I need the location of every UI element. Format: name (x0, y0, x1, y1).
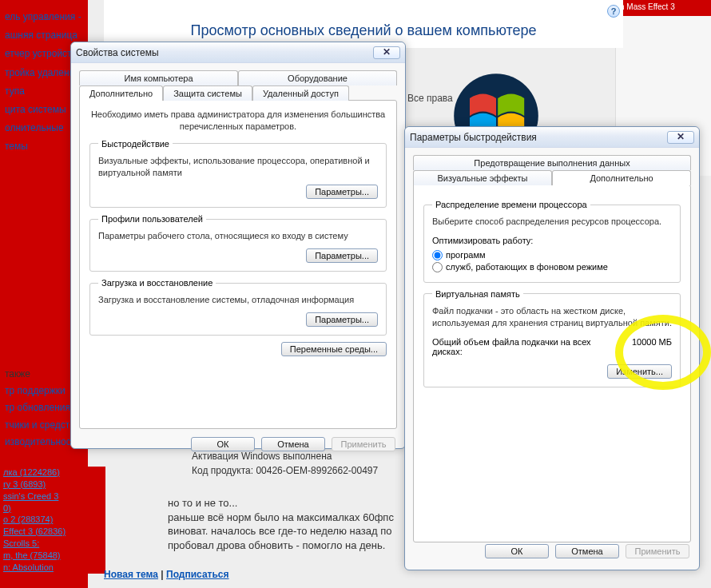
startup-desc: Загрузка и восстановление системы, отлад… (98, 294, 378, 306)
profiles-desc: Параметры рабочего стола, относящиеся ко… (98, 230, 378, 242)
text-line: раньше всё норм было на максималках 60фп… (168, 511, 407, 525)
tab-panel-advanced: Необходимо иметь права администратора дл… (79, 100, 397, 429)
performance-options-dialog: Параметры быстродействия ✕ Предотвращени… (404, 126, 700, 570)
text-line: пробовал дрова обновить - помогло на ден… (168, 538, 407, 553)
profiles-settings-button[interactable]: Параметры... (306, 248, 378, 263)
admin-note: Необходимо иметь права администратора дл… (89, 109, 387, 133)
forum-post-fragment: но то и не то... раньше всё норм было на… (168, 496, 407, 552)
tab-panel-advanced: Распределение времени процессора Выберит… (413, 185, 691, 542)
pagefile-total-label: Общий объем файла подкачки на всех диска… (432, 337, 600, 356)
apply-button[interactable]: Применить (332, 437, 395, 451)
startup-legend: Загрузка и восстановление (98, 278, 216, 288)
performance-legend: Быстродействие (98, 139, 173, 149)
game-link[interactable]: Effect 3 (62836) (2, 526, 105, 538)
help-icon[interactable]: ? (607, 5, 620, 18)
game-link[interactable]: ssin's Creed 3 (2, 491, 105, 503)
change-pagefile-button[interactable]: Изменить... (607, 364, 672, 379)
game-link[interactable]: Scrolls 5: (2, 538, 105, 550)
bottom-links: Новая тема | Подписаться (104, 569, 229, 580)
vmem-desc: Файл подкачки - это область на жестком д… (432, 305, 672, 329)
tab-row-2: Дополнительно Защита системы Удаленный д… (71, 85, 405, 100)
tab-system-protection[interactable]: Защита системы (163, 85, 252, 101)
dialog-title: Параметры быстродействия (410, 132, 667, 143)
virtual-memory-group: Виртуальная память Файл подкачки - это о… (423, 289, 681, 387)
tab-remote[interactable]: Удаленный доступ (252, 85, 349, 101)
pagefile-total-value: 10000 МБ (632, 337, 672, 347)
game-links: лка (1224286) ry 3 (6893) ssin's Creed 3… (2, 467, 105, 574)
performance-settings-button[interactable]: Параметры... (306, 185, 378, 199)
titlebar[interactable]: Параметры быстродействия ✕ (405, 127, 699, 148)
env-vars-button[interactable]: Переменные среды... (281, 342, 387, 356)
game-link[interactable]: ry 3 (6893) (2, 479, 105, 491)
text-line: но то и не то... (168, 496, 407, 511)
radio-programs-input[interactable] (432, 250, 443, 260)
game-link[interactable]: o 2 (288374) (2, 514, 105, 526)
titlebar[interactable]: Свойства системы ✕ (71, 42, 405, 63)
new-topic-link[interactable]: Новая тема (104, 569, 158, 580)
tab-dep[interactable]: Предотвращение выполнения данных (413, 155, 691, 170)
dialog-buttons: ОК Отмена Применить (71, 429, 405, 459)
tab-visual-effects[interactable]: Визуальные эффекты (413, 170, 552, 185)
radio-programs-label: программ (446, 250, 486, 260)
title-fragment-game: n Mass Effect 3 (615, 0, 711, 16)
tab-row-2: Визуальные эффекты Дополнительно (405, 169, 699, 185)
dialog-title: Свойства системы (76, 47, 373, 58)
startup-settings-button[interactable]: Параметры... (306, 312, 378, 327)
tab-advanced[interactable]: Дополнительно (552, 170, 691, 185)
apply-button[interactable]: Применить (626, 544, 689, 558)
cpu-scheduling-group: Распределение времени процессора Выберит… (423, 200, 681, 283)
game-link[interactable]: n: Absolution (2, 562, 105, 574)
performance-group: Быстродействие Визуальные эффекты, испол… (89, 139, 387, 209)
cancel-button[interactable]: Отмена (555, 544, 619, 558)
radio-services-input[interactable] (432, 262, 443, 272)
close-button[interactable]: ✕ (373, 46, 400, 59)
radio-services[interactable]: служб, работающих в фоновом режиме (432, 262, 608, 272)
cancel-button[interactable]: Отмена (261, 437, 325, 451)
cpu-desc: Выберите способ распределения ресурсов п… (432, 216, 672, 228)
vmem-legend: Виртуальная память (432, 289, 523, 299)
cpu-legend: Распределение времени процессора (432, 200, 590, 209)
game-link[interactable]: 0) (2, 503, 105, 514)
page-title: Просмотр основных сведений о вашем компь… (104, 0, 623, 48)
tab-advanced[interactable]: Дополнительно (79, 85, 163, 101)
dialog-buttons: ОК Отмена Применить (475, 536, 699, 566)
text-line: виноват. началось все где-то неделю наза… (168, 524, 407, 538)
ok-button[interactable]: ОК (485, 544, 549, 558)
profiles-legend: Профили пользователей (98, 214, 206, 224)
game-link[interactable]: лка (1224286) (2, 467, 105, 479)
radio-programs[interactable]: программ (432, 250, 486, 260)
subscribe-link[interactable]: Подписаться (166, 569, 228, 580)
startup-group: Загрузка и восстановление Загрузка и вос… (89, 278, 387, 336)
product-key: Код продукта: 00426-OEM-8992662-00497 (192, 463, 378, 478)
optimize-label: Оптимизировать работу: (432, 236, 672, 245)
performance-desc: Визуальные эффекты, использование процес… (98, 155, 378, 179)
system-properties-dialog: Свойства системы ✕ Имя компьютера Оборуд… (70, 42, 406, 449)
tab-row-1: Предотвращение выполнения данных (405, 148, 699, 169)
close-button[interactable]: ✕ (667, 131, 694, 144)
radio-services-label: служб, работающих в фоновом режиме (446, 262, 608, 272)
rights-text: Все права (407, 93, 453, 104)
tab-computer-name[interactable]: Имя компьютера (79, 70, 238, 85)
tab-hardware[interactable]: Оборудование (238, 70, 397, 85)
profiles-group: Профили пользователей Параметры рабочего… (89, 214, 387, 272)
ok-button[interactable]: ОК (191, 437, 255, 451)
tab-row-1: Имя компьютера Оборудование (71, 63, 405, 85)
game-link[interactable]: m, the (75848) (2, 550, 105, 562)
